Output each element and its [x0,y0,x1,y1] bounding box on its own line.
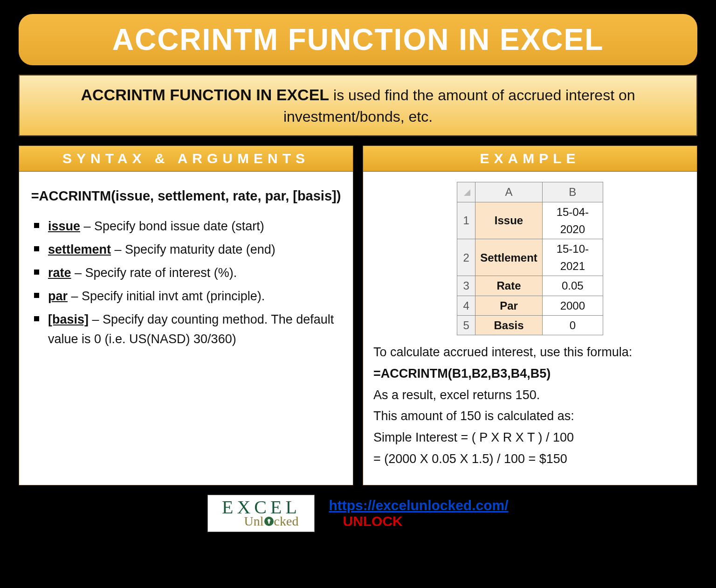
cell-value: 15-10-2021 [542,239,603,276]
arg-desc: – Specify initial invt amt (principle). [68,289,265,303]
example-column: EXAMPLE A B 1 Issue 15-04-2020 2 Settlem… [363,145,697,485]
table-row: 1 Issue 15-04-2020 [457,202,603,239]
arg-desc: – Specify rate of interest (%). [71,266,237,280]
row-header: 4 [457,296,475,315]
example-text: To calculate accrued interest, use this … [373,343,687,469]
col-header: B [542,182,603,202]
cell-label: Basis [475,315,543,335]
arg-name: par [48,289,68,303]
arg-item: [basis] – Specify day counting method. T… [34,310,343,349]
arg-desc: – Specify day counting method. The defau… [48,312,334,346]
example-body: A B 1 Issue 15-04-2020 2 Settlement 15-1… [363,172,697,485]
row-header: 5 [457,315,475,335]
arg-item: par – Specify initial invt amt (principl… [34,287,343,306]
cell-value: 2000 [542,296,603,315]
example-formula: =ACCRINTM(B1,B2,B3,B4,B5) [373,364,687,384]
arg-desc: – Specify bond issue date (start) [80,219,264,233]
col-header: A [475,182,543,202]
cell-label: Issue [475,202,543,239]
row-header: 1 [457,202,475,239]
example-result-line: As a result, excel returns 150. [373,386,687,405]
footer-right: https://excelunlocked.com/ UNLOCK [329,498,508,529]
cell-value: 0 [542,315,603,335]
arg-item: issue – Specify bond issue date (start) [34,217,343,236]
description-lead: ACCRINTM FUNCTION IN EXCEL [81,86,329,104]
example-calc-formula: Simple Interest = ( P X R X T ) / 100 [373,428,687,448]
syntax-formula: =ACCRINTM(issue, settlement, rate, par, … [29,186,343,207]
select-all-triangle-icon [462,188,470,196]
title-bar: ACCRINTM FUNCTION IN EXCEL [19,14,697,65]
logo-unlocked-text: Unl cked [244,514,299,529]
logo: EXCEL Unl cked [207,495,315,532]
cell-value: 15-04-2020 [542,202,603,239]
columns-container: SYNTAX & ARGUMENTS =ACCRINTM(issue, sett… [19,145,697,485]
arg-item: rate – Specify rate of interest (%). [34,263,343,283]
arg-item: settlement – Specify maturity date (end) [34,240,343,260]
svg-marker-0 [464,189,470,196]
arg-desc: – Specify maturity date (end) [111,242,275,256]
syntax-header: SYNTAX & ARGUMENTS [19,145,353,172]
table-corner [457,182,475,202]
arguments-list: issue – Specify bond issue date (start) … [29,217,343,349]
keyhole-icon [264,516,274,526]
row-header: 2 [457,239,475,276]
row-header: 3 [457,276,475,296]
cell-value: 0.05 [542,276,603,296]
table-row: 5 Basis 0 [457,315,603,335]
description-rest: is used find the amount of accrued inter… [283,87,635,125]
syntax-body: =ACCRINTM(issue, settlement, rate, par, … [19,172,353,485]
example-calc-result: = (2000 X 0.05 X 1.5) / 100 = $150 [373,450,687,469]
description-box: ACCRINTM FUNCTION IN EXCEL is used find … [19,75,697,136]
footer-unlock: UNLOCK [343,513,508,529]
arg-name: rate [48,266,71,280]
syntax-column: SYNTAX & ARGUMENTS =ACCRINTM(issue, sett… [19,145,353,485]
cell-label: Rate [475,276,543,296]
table-row: 3 Rate 0.05 [457,276,603,296]
example-header: EXAMPLE [363,145,697,172]
page-title: ACCRINTM FUNCTION IN EXCEL [37,22,679,57]
footer-link[interactable]: https://excelunlocked.com/ [329,498,508,513]
table-row: 4 Par 2000 [457,296,603,315]
cell-label: Par [475,296,543,315]
arg-name: settlement [48,242,111,256]
cell-label: Settlement [475,239,543,276]
svg-rect-3 [268,521,269,524]
excel-table: A B 1 Issue 15-04-2020 2 Settlement 15-1… [457,182,603,335]
example-intro: To calculate accrued interest, use this … [373,343,687,362]
table-row: 2 Settlement 15-10-2021 [457,239,603,276]
arg-name: [basis] [48,312,89,326]
arg-name: issue [48,219,80,233]
example-calc-intro: This amount of 150 is calculated as: [373,407,687,426]
footer: EXCEL Unl cked https://excelunlocked.com… [14,495,702,532]
